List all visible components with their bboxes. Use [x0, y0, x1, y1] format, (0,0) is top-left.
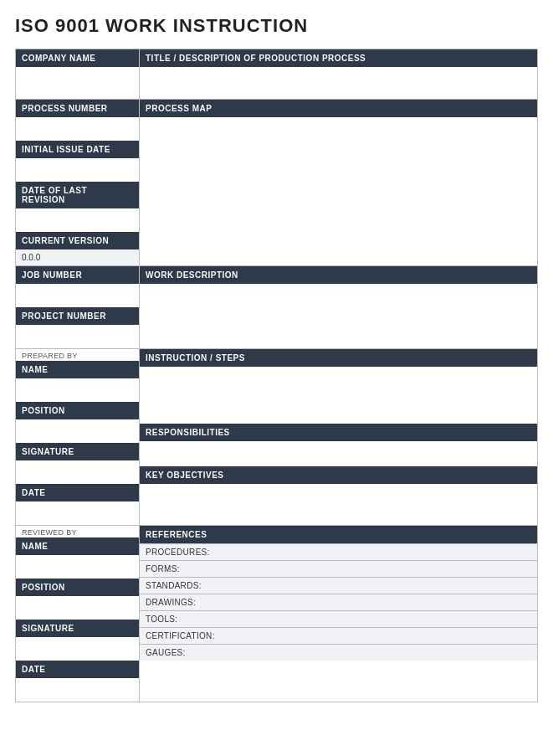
ref-gauges: Gauges: [140, 644, 537, 661]
process-number-header: Process Number [16, 100, 139, 117]
prepared-by-label: Prepared By [16, 349, 139, 361]
ref-tools: Tools: [140, 610, 537, 627]
name-header: Name [16, 361, 139, 378]
initial-issue-date-header: Initial Issue Date [16, 141, 139, 158]
position-header: Position [16, 402, 139, 419]
ref-standards: Standards: [140, 577, 537, 594]
ref-certification: Certification: [140, 627, 537, 644]
ref-drawings: Drawings: [140, 594, 537, 610]
company-name-header: Company Name [16, 49, 139, 67]
signature2-header: Signature [16, 620, 139, 637]
responsibilities-header: Responsibilities [140, 424, 537, 441]
date2-header: Date [16, 661, 139, 678]
key-objectives-header: Key Objectives [140, 466, 537, 484]
page-title: ISO 9001 Work Instruction [15, 15, 538, 37]
date-of-last-revision-header: Date of Last Revision [16, 182, 139, 208]
process-map-header: Process Map [140, 100, 537, 117]
name2-header: Name [16, 537, 139, 555]
reviewed-by-label: Reviewed By [16, 526, 139, 537]
work-description-header: Work Description [140, 266, 537, 284]
references-header: References [140, 526, 537, 543]
current-version-value: 0.0.0 [16, 249, 139, 265]
position2-header: Position [16, 579, 139, 596]
current-version-header: Current Version [16, 232, 139, 249]
job-number-header: Job Number [16, 266, 139, 284]
signature-header: Signature [16, 443, 139, 460]
project-number-header: Project Number [16, 307, 139, 325]
ref-forms: Forms: [140, 560, 537, 577]
ref-procedures: Procedures: [140, 543, 537, 560]
date-header: Date [16, 484, 139, 501]
title-description-header: Title / Description of Production Proces… [140, 49, 537, 67]
instruction-steps-header: Instruction / Steps [140, 349, 537, 367]
